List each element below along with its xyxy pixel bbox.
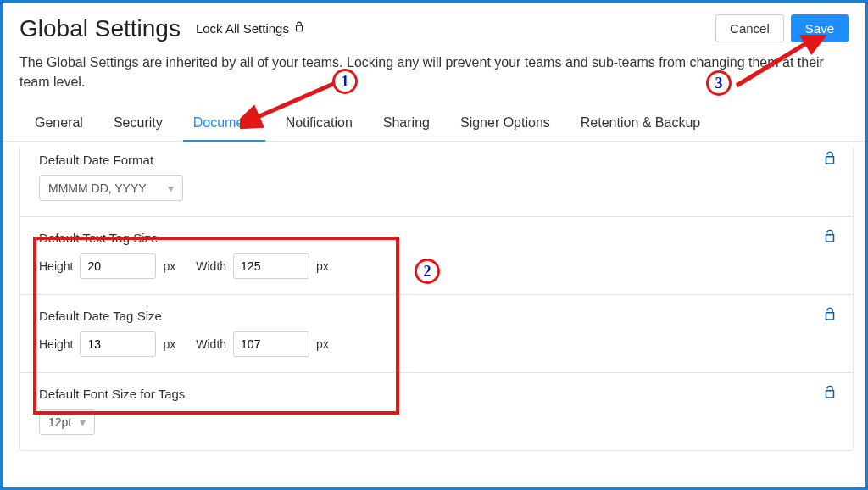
settings-scroll[interactable]: Default Date Format MMMM DD, YYYY ▾ Defa… (19, 147, 854, 485)
setting-label: Default Text Tag Size (39, 231, 834, 245)
setting-default-date-tag-size: Default Date Tag Size Height px Width px (20, 295, 853, 373)
tab-document[interactable]: Document (178, 107, 270, 141)
unit-label: px (316, 337, 329, 351)
date-tag-height-input[interactable] (80, 331, 156, 357)
height-label: Height (39, 337, 73, 351)
save-button[interactable]: Save (791, 14, 849, 42)
height-label: Height (39, 259, 73, 273)
chevron-down-icon: ▾ (71, 415, 86, 429)
tabs-bar: General Security Document Notification S… (3, 107, 865, 142)
setting-default-date-format: Default Date Format MMMM DD, YYYY ▾ (20, 147, 853, 217)
tab-sharing[interactable]: Sharing (368, 107, 445, 141)
page-description: The Global Settings are inherited by all… (3, 46, 865, 107)
chevron-down-icon: ▾ (159, 181, 174, 195)
text-tag-height-input[interactable] (80, 253, 156, 279)
unit-label: px (163, 337, 175, 351)
unit-label: px (316, 259, 329, 273)
unlock-icon[interactable] (822, 151, 837, 170)
text-tag-width-input[interactable] (233, 253, 309, 279)
unlock-icon[interactable] (822, 385, 837, 404)
font-size-select[interactable]: 12pt ▾ (39, 409, 95, 435)
select-value: 12pt (48, 415, 71, 429)
tab-notification[interactable]: Notification (270, 107, 368, 141)
select-value: MMMM DD, YYYY (48, 181, 147, 195)
tab-security[interactable]: Security (98, 107, 178, 141)
tab-signer-options[interactable]: Signer Options (445, 107, 565, 141)
unlock-icon[interactable] (822, 307, 837, 326)
setting-label: Default Date Format (39, 153, 834, 167)
settings-panel: Default Date Format MMMM DD, YYYY ▾ Defa… (19, 147, 854, 451)
date-tag-width-input[interactable] (233, 331, 309, 357)
setting-label: Default Font Size for Tags (39, 387, 834, 401)
cancel-button[interactable]: Cancel (715, 14, 784, 42)
tab-retention-backup[interactable]: Retention & Backup (565, 107, 715, 141)
width-label: Width (196, 337, 226, 351)
setting-default-font-size: Default Font Size for Tags 12pt ▾ (20, 373, 853, 450)
lock-icon (292, 21, 306, 36)
page-title: Global Settings (19, 15, 181, 42)
setting-default-text-tag-size: Default Text Tag Size Height px Width px (20, 217, 853, 295)
date-format-select[interactable]: MMMM DD, YYYY ▾ (39, 175, 183, 201)
lock-all-settings-button[interactable]: Lock All Settings (196, 21, 306, 36)
tab-general[interactable]: General (19, 107, 98, 141)
unlock-icon[interactable] (822, 229, 837, 248)
lock-all-label: Lock All Settings (196, 21, 289, 36)
setting-label: Default Date Tag Size (39, 309, 834, 323)
unit-label: px (163, 259, 175, 273)
width-label: Width (196, 259, 226, 273)
